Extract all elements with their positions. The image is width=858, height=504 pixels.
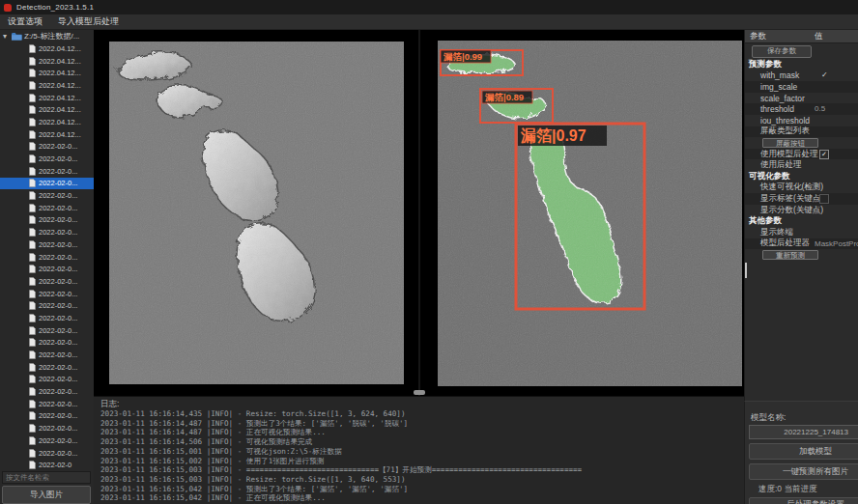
log-line: 2023-01-11 16:16:14,487 |INFO| - 正在可视化预测… xyxy=(100,428,740,437)
tree-item[interactable]: 2022-02-0... xyxy=(0,288,94,300)
tree-item[interactable]: 2022.04.12... xyxy=(0,67,94,79)
tree-item-label: 2022-02-0... xyxy=(39,387,77,396)
param-row-threshold[interactable]: threshold 0.5 xyxy=(745,103,858,115)
predict-all-button[interactable]: 一键预测所有图片 xyxy=(749,463,858,480)
tree-item[interactable]: 2022-02-0... xyxy=(0,189,94,202)
tree-item[interactable]: 2022-02-0... xyxy=(0,337,94,350)
tree-item-label: 2022.04.12... xyxy=(39,57,81,66)
load-model-button[interactable]: 加载模型 xyxy=(749,443,858,460)
tree-item[interactable]: 2022-02-0... xyxy=(0,312,94,324)
tree-item[interactable]: 2022.04.12... xyxy=(0,128,94,141)
menu-item-settings[interactable]: 设置选项 xyxy=(8,15,43,28)
param-section-other: 其他参数 xyxy=(745,215,858,227)
param-row-mask-type-list[interactable]: 屏蔽类型列表 xyxy=(745,126,858,138)
header-value-col: 值 xyxy=(815,31,823,42)
tree-item-label: 2022-02-0... xyxy=(39,240,77,249)
model-panel: 模型名称: 20221225_174813 加载模型 一键预测所有图片 速度:0… xyxy=(744,401,858,504)
tree-item[interactable]: 2022-02-0... xyxy=(0,324,94,337)
params-scrollbar-thumb[interactable] xyxy=(745,263,747,278)
model-postprocessor-value: MaskPostPro xyxy=(815,239,858,248)
tree-item-label: 2022-02-0... xyxy=(39,167,77,176)
tree-item-label: 2022-02-0... xyxy=(39,449,77,458)
tree-item[interactable]: 2022-02-0... xyxy=(0,361,94,374)
mask-button[interactable]: 屏蔽按钮 xyxy=(762,138,818,149)
tree-item[interactable]: 2022.04.12... xyxy=(0,55,94,68)
param-section-predict: 预测参数 xyxy=(745,59,858,70)
tree-item[interactable]: 2022-02-0... xyxy=(0,422,94,434)
tree-item[interactable]: 2022-02-0... xyxy=(0,385,94,398)
tree-item-label: 2022.04.12... xyxy=(39,69,81,77)
file-icon xyxy=(29,449,36,458)
checkbox-show-labels[interactable] xyxy=(819,194,829,204)
threshold-value: 0.5 xyxy=(815,104,825,113)
tree-item[interactable]: 2022-02-0... xyxy=(0,214,94,227)
tree-item[interactable]: 2022.04.12... xyxy=(0,92,94,104)
file-icon xyxy=(29,142,36,151)
tree-item[interactable]: 2022.04.12... xyxy=(0,103,94,116)
tree-item[interactable]: 2022-02-0... xyxy=(0,202,94,214)
log-line: 2023-01-11 16:16:15,002 |INFO| - 使用了1张图片… xyxy=(100,457,740,466)
param-row-use-postprocess[interactable]: 使用后处理 xyxy=(745,159,858,171)
tree-item[interactable]: 2022-02-0... xyxy=(0,275,94,288)
detection-label-2: 漏箔|0.89 xyxy=(484,92,524,102)
file-icon xyxy=(29,387,36,396)
detection-label-1: 漏箔|0.99 xyxy=(443,51,482,62)
splitter-handle[interactable] xyxy=(414,390,425,395)
param-row-scale-factor[interactable]: scale_factor xyxy=(745,93,858,104)
param-row-img-scale[interactable]: img_scale xyxy=(745,81,858,93)
file-icon xyxy=(29,57,36,66)
tree-item[interactable]: 2022.04.12... xyxy=(0,79,94,92)
tree-item[interactable]: 2022-02-0... xyxy=(0,178,94,190)
model-name-field[interactable]: 20221225_174813 xyxy=(749,425,858,439)
param-row-show-scores[interactable]: 显示分数(关键点) xyxy=(745,205,858,216)
tree-item[interactable]: 2022-02-0... xyxy=(0,165,94,178)
postprocess-settings-button[interactable]: 后处理参数设置 xyxy=(749,497,858,504)
tree-item[interactable]: 2022-02-0... xyxy=(0,141,94,154)
tree-item[interactable]: 2022-02-0... xyxy=(0,238,94,251)
file-icon xyxy=(29,179,36,187)
tree-item[interactable]: 2022-02-0... xyxy=(0,226,94,238)
tree-item[interactable]: 2022-02-0... xyxy=(0,434,94,447)
menu-item-import-postprocess[interactable]: 导入模型后处理 xyxy=(58,15,119,28)
log-line: 2023-01-11 16:16:15,003 |INFO| - =======… xyxy=(100,465,740,475)
tree-item-label: 2022-02-0... xyxy=(39,338,77,347)
tree-item[interactable]: 2022-02-0... xyxy=(0,263,94,275)
param-row-show-terminal[interactable]: 显示终端 xyxy=(745,227,858,238)
tree-item[interactable]: 2022-02-0... xyxy=(0,374,94,386)
tree-item[interactable]: 2022-02-0... xyxy=(0,349,94,361)
viewer-splitter[interactable] xyxy=(418,30,420,396)
filename-search-input[interactable] xyxy=(2,471,91,484)
tree-item[interactable]: 2022-02-0 xyxy=(0,459,94,470)
tree-root-folder[interactable]: ▾ Z:/5-标注数据/... xyxy=(0,30,94,42)
tree-item[interactable]: 2022-02-0... xyxy=(0,398,94,410)
param-row-iou-threshold[interactable]: iou_threshold xyxy=(745,115,858,126)
file-icon xyxy=(29,228,36,237)
import-images-button[interactable]: 导入图片 xyxy=(2,486,91,504)
tree-item[interactable]: 2022.04.12... xyxy=(0,116,94,128)
checkbox-use-model-postprocess[interactable]: ✓ xyxy=(819,150,829,159)
log-lines: 2023-01-11 16:16:14,435 |INFO| - Resize:… xyxy=(100,409,740,504)
tree-item[interactable]: 2022.04.12... xyxy=(0,42,94,55)
save-params-button[interactable]: 保存参数 xyxy=(752,45,812,58)
param-row-with-mask[interactable]: with_mask ✓ xyxy=(745,70,858,82)
menu-bar: 设置选项 导入模型后处理 xyxy=(0,14,858,30)
param-row-fast-visualize[interactable]: 快速可视化(检测) xyxy=(745,182,858,194)
file-icon xyxy=(29,69,36,77)
caret-down-icon[interactable]: ▾ xyxy=(3,32,10,41)
param-row-model-postprocessor[interactable]: 模型后处理器 MaskPostPro xyxy=(745,238,858,250)
repredict-button[interactable]: 重新预测 xyxy=(762,250,818,261)
tree-item[interactable]: 2022-02-0... xyxy=(0,410,94,423)
file-icon xyxy=(29,215,36,224)
log-panel: 日志: 2023-01-11 16:16:14,435 |INFO| - Res… xyxy=(94,396,744,504)
tree-item-label: 2022-02-0... xyxy=(39,215,77,224)
tree-item-label: 2022-02-0... xyxy=(39,375,77,383)
tree-item[interactable]: 2022-02-0... xyxy=(0,299,94,312)
tree-item[interactable]: 2022-02-0... xyxy=(0,447,94,460)
param-row-use-model-postprocess[interactable]: 使用模型后处理 ✓ xyxy=(745,149,858,160)
tree-item[interactable]: 2022-02-0... xyxy=(0,251,94,264)
title-bar: Detection_2023.1.5.1 xyxy=(0,0,858,14)
log-line: 2023-01-11 16:16:15,001 |INFO| - 可视化json… xyxy=(100,447,740,457)
param-row-show-labels[interactable]: 显示标签(关键点) xyxy=(745,193,858,205)
tree-item[interactable]: 2022-02-0... xyxy=(0,153,94,165)
file-icon xyxy=(29,118,36,126)
